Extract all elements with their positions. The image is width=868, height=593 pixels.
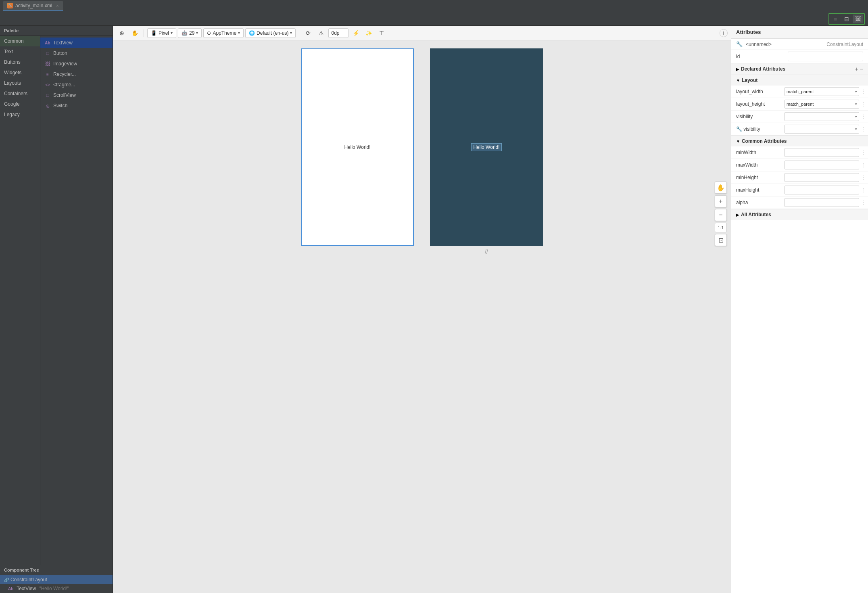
layout-section: ▼ Layout layout_width match_parent ▾ ⋮ l… (731, 75, 868, 136)
sidebar-item-widgets[interactable]: Widgets (0, 67, 40, 78)
all-attributes-title: All Attributes (741, 212, 863, 217)
class-type-label: ConstraintLayout (826, 42, 863, 47)
id-label: id (736, 54, 785, 59)
zoom-in-icon: + (719, 198, 722, 205)
code-view-button[interactable]: ≡ (830, 15, 841, 23)
sidebar-item-buttons[interactable]: Buttons (0, 57, 40, 67)
align-button[interactable]: ⊤ (376, 28, 387, 38)
info-button[interactable]: i (720, 29, 728, 37)
palette-item-textview[interactable]: Ab TextView (40, 38, 113, 48)
activity-main-tab[interactable]: 🔧 activity_main.xml × (3, 1, 63, 11)
canvas-viewport[interactable]: Hello World! Hello World! // ✋ + (113, 40, 731, 254)
layout-height-dropdown[interactable]: match_parent ▾ (785, 100, 859, 109)
device-frames: Hello World! Hello World! // (301, 48, 543, 246)
min-width-handle: ⋮ (861, 150, 863, 155)
fragment-icon: <> (44, 81, 51, 88)
top-toolbar: ≡ ⊟ 🖼 (0, 12, 868, 26)
component-tree: Component Tree 🔗 ConstraintLayout Ab Tex… (0, 565, 113, 593)
max-height-label: maxHeight (736, 187, 785, 193)
palette-item-fragment[interactable]: <> <fragme... (40, 79, 113, 90)
sidebar-item-legacy[interactable]: Legacy (0, 109, 40, 120)
palette-item-button[interactable]: □ Button (40, 48, 113, 58)
hello-world-design: Hello World! (344, 144, 370, 150)
padding-value: 0dp (331, 30, 339, 36)
palette-header: Palette (0, 26, 113, 36)
all-attributes-section: ▶ All Attributes (731, 209, 868, 220)
api-label: 29 (189, 30, 194, 36)
tree-item-constraintlayout[interactable]: 🔗 ConstraintLayout (0, 575, 113, 584)
visibility-wrench-dropdown[interactable]: ▾ (785, 125, 859, 134)
split-view-button[interactable]: ⊟ (841, 15, 852, 23)
api-dropdown[interactable]: 🤖 29 ▾ (178, 28, 202, 38)
tab-close-button[interactable]: × (56, 3, 58, 8)
canvas-area: ⊕ ✋ 📱 Pixel ▾ 🤖 29 ▾ ⊙ AppTheme ▾ (113, 26, 731, 593)
pan-mode-button[interactable]: ✋ (715, 182, 727, 194)
design-view-button[interactable]: 🖼 (853, 15, 863, 23)
attributes-panel: Attributes 🔧 <unnamed> ConstraintLayout … (731, 26, 868, 593)
padding-field[interactable]: 0dp (328, 28, 348, 38)
align-icon: ⊤ (379, 30, 384, 36)
max-height-handle: ⋮ (861, 187, 863, 193)
max-width-handle: ⋮ (861, 162, 863, 168)
sidebar-item-text[interactable]: Text (0, 46, 40, 57)
palette-content: Common Text Buttons Widgets Layouts Cont… (0, 36, 113, 565)
visibility-dropdown[interactable]: ▾ (785, 112, 859, 121)
all-attributes-header[interactable]: ▶ All Attributes (731, 209, 868, 220)
zoom-out-icon: − (719, 211, 722, 219)
id-input[interactable] (788, 52, 863, 61)
device-icon: 📱 (151, 30, 157, 36)
device-dropdown-arrow: ▾ (171, 31, 173, 35)
zoom-in-button[interactable]: + (715, 195, 727, 207)
refresh-button[interactable]: ⟳ (303, 28, 314, 38)
remove-attribute-button[interactable]: − (860, 66, 863, 72)
common-attributes-header[interactable]: ▼ Common Attributes (731, 136, 868, 146)
alpha-input[interactable] (785, 198, 859, 207)
pan-tool-button[interactable]: ✋ (129, 28, 140, 38)
layout-height-row: layout_height match_parent ▾ ⋮ (731, 98, 868, 111)
declared-attributes-title: Declared Attributes (741, 66, 853, 72)
constraint-button[interactable]: ⚡ (350, 28, 361, 38)
locale-dropdown[interactable]: 🌐 Default (en-us) ▾ (245, 28, 296, 38)
layout-width-dropdown[interactable]: match_parent ▾ (785, 87, 859, 96)
palette-item-imageview[interactable]: 🖼 ImageView (40, 58, 113, 69)
declared-actions: + − (855, 66, 863, 72)
max-width-input[interactable] (785, 161, 859, 169)
warn-button[interactable]: ⚠ (315, 28, 327, 38)
textview-value: "Hello World!" (39, 586, 69, 591)
max-height-input[interactable] (785, 186, 859, 194)
locale-icon: 🌐 (249, 30, 255, 36)
fit-screen-button[interactable]: ⊡ (715, 234, 727, 246)
blueprint-screen[interactable]: Hello World! (430, 48, 543, 246)
wrench-icon: 🔧 (736, 41, 743, 47)
device-frame-design: Hello World! (301, 48, 414, 246)
sidebar-item-containers[interactable]: Containers (0, 88, 40, 99)
recyclerview-icon: ≡ (44, 71, 51, 77)
visibility-wrench-label: 🔧 visibility (736, 126, 785, 132)
declared-collapse-icon: ▶ (736, 67, 739, 71)
sidebar-item-layouts[interactable]: Layouts (0, 78, 40, 88)
class-name-label: <unnamed> (746, 42, 823, 47)
layout-section-header[interactable]: ▼ Layout (731, 75, 868, 86)
tree-item-textview[interactable]: Ab TextView "Hello World!" (0, 584, 113, 593)
layout-height-label: layout_height (736, 101, 785, 107)
all-collapse-icon: ▶ (736, 213, 739, 217)
attributes-header: Attributes (731, 26, 868, 39)
palette-item-scrollview[interactable]: □ ScrollView (40, 90, 113, 100)
magic-wand-button[interactable]: ✨ (363, 28, 374, 38)
palette-item-switch[interactable]: ◎ Switch (40, 100, 113, 111)
theme-dropdown[interactable]: ⊙ AppTheme ▾ (203, 28, 244, 38)
sidebar-item-google[interactable]: Google (0, 99, 40, 109)
device-dropdown[interactable]: 📱 Pixel ▾ (147, 28, 176, 38)
design-screen[interactable]: Hello World! (301, 48, 414, 246)
select-tool-button[interactable]: ⊕ (116, 28, 127, 38)
palette-item-recyclerview[interactable]: ≡ Recycler... (40, 69, 113, 79)
min-width-input[interactable] (785, 148, 859, 157)
sidebar-item-common[interactable]: Common (0, 36, 40, 46)
zoom-ratio-label: 1:1 (715, 223, 727, 232)
declared-attributes-header[interactable]: ▶ Declared Attributes + − (731, 63, 868, 75)
add-attribute-button[interactable]: + (855, 66, 858, 72)
min-height-input[interactable] (785, 173, 859, 182)
alpha-handle: ⋮ (861, 200, 863, 205)
zoom-out-button[interactable]: − (715, 209, 727, 221)
api-icon: 🤖 (182, 30, 188, 36)
